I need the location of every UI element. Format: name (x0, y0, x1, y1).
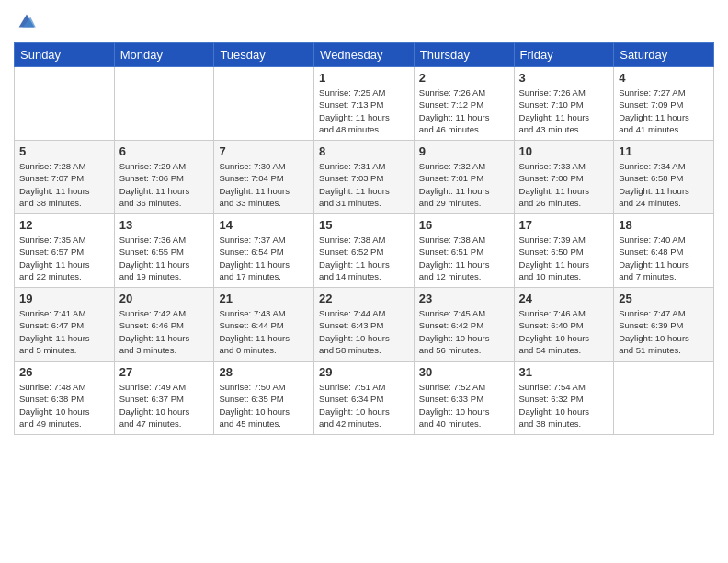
calendar-day-cell: 19Sunrise: 7:41 AM Sunset: 6:47 PM Dayli… (15, 288, 115, 362)
day-info: Sunrise: 7:54 AM Sunset: 6:32 PM Dayligh… (519, 381, 609, 430)
calendar-day-cell: 7Sunrise: 7:30 AM Sunset: 7:04 PM Daylig… (214, 141, 314, 214)
calendar-day-cell: 27Sunrise: 7:49 AM Sunset: 6:37 PM Dayli… (114, 362, 214, 435)
day-info: Sunrise: 7:35 AM Sunset: 6:57 PM Dayligh… (19, 234, 109, 282)
day-info: Sunrise: 7:25 AM Sunset: 7:13 PM Dayligh… (319, 86, 409, 135)
calendar-day-cell: 22Sunrise: 7:44 AM Sunset: 6:43 PM Dayli… (314, 288, 415, 362)
day-number: 1 (319, 71, 409, 85)
day-number: 28 (219, 365, 309, 379)
calendar-weekday-header: Sunday (15, 43, 115, 67)
day-number: 18 (619, 218, 709, 232)
day-number: 22 (319, 292, 409, 305)
day-info: Sunrise: 7:29 AM Sunset: 7:06 PM Dayligh… (119, 160, 210, 209)
day-number: 26 (19, 365, 109, 379)
day-number: 4 (619, 71, 709, 85)
header (14, 9, 714, 35)
day-info: Sunrise: 7:40 AM Sunset: 6:48 PM Dayligh… (619, 234, 709, 282)
logo-icon (14, 9, 40, 35)
calendar-week-row: 19Sunrise: 7:41 AM Sunset: 6:47 PM Dayli… (15, 288, 714, 362)
calendar-day-cell: 6Sunrise: 7:29 AM Sunset: 7:06 PM Daylig… (114, 141, 214, 214)
calendar-day-cell: 28Sunrise: 7:50 AM Sunset: 6:35 PM Dayli… (214, 362, 314, 435)
day-number: 3 (519, 71, 609, 85)
calendar-day-cell: 17Sunrise: 7:39 AM Sunset: 6:50 PM Dayli… (514, 214, 614, 288)
calendar-day-cell: 9Sunrise: 7:32 AM Sunset: 7:01 PM Daylig… (414, 141, 514, 214)
day-info: Sunrise: 7:51 AM Sunset: 6:34 PM Dayligh… (319, 381, 409, 430)
day-number: 5 (19, 144, 109, 158)
calendar-week-row: 26Sunrise: 7:48 AM Sunset: 6:38 PM Dayli… (15, 362, 714, 435)
day-info: Sunrise: 7:28 AM Sunset: 7:07 PM Dayligh… (19, 160, 109, 209)
day-info: Sunrise: 7:52 AM Sunset: 6:33 PM Dayligh… (419, 381, 509, 430)
day-info: Sunrise: 7:33 AM Sunset: 7:00 PM Dayligh… (519, 160, 609, 209)
day-info: Sunrise: 7:38 AM Sunset: 6:52 PM Dayligh… (319, 234, 409, 282)
day-number: 27 (119, 365, 210, 379)
calendar-day-cell: 12Sunrise: 7:35 AM Sunset: 6:57 PM Dayli… (15, 214, 115, 288)
day-info: Sunrise: 7:41 AM Sunset: 6:47 PM Dayligh… (19, 307, 109, 356)
day-info: Sunrise: 7:50 AM Sunset: 6:35 PM Dayligh… (219, 381, 309, 430)
day-number: 29 (319, 365, 409, 379)
day-info: Sunrise: 7:26 AM Sunset: 7:10 PM Dayligh… (519, 86, 609, 135)
calendar-week-row: 5Sunrise: 7:28 AM Sunset: 7:07 PM Daylig… (15, 141, 714, 214)
day-number: 9 (419, 144, 509, 158)
day-number: 13 (119, 218, 210, 232)
day-number: 2 (419, 71, 509, 85)
calendar-day-cell: 15Sunrise: 7:38 AM Sunset: 6:52 PM Dayli… (314, 214, 415, 288)
day-number: 31 (519, 365, 609, 379)
day-info: Sunrise: 7:48 AM Sunset: 6:38 PM Dayligh… (19, 381, 109, 430)
calendar-day-cell (15, 67, 115, 141)
calendar-day-cell: 4Sunrise: 7:27 AM Sunset: 7:09 PM Daylig… (614, 67, 714, 141)
calendar-day-cell: 8Sunrise: 7:31 AM Sunset: 7:03 PM Daylig… (314, 141, 415, 214)
day-number: 10 (519, 144, 609, 158)
calendar-day-cell: 20Sunrise: 7:42 AM Sunset: 6:46 PM Dayli… (114, 288, 214, 362)
calendar-day-cell: 24Sunrise: 7:46 AM Sunset: 6:40 PM Dayli… (514, 288, 614, 362)
calendar-day-cell: 11Sunrise: 7:34 AM Sunset: 6:58 PM Dayli… (614, 141, 714, 214)
day-info: Sunrise: 7:38 AM Sunset: 6:51 PM Dayligh… (419, 234, 509, 282)
day-info: Sunrise: 7:45 AM Sunset: 6:42 PM Dayligh… (419, 307, 509, 356)
calendar-day-cell: 13Sunrise: 7:36 AM Sunset: 6:55 PM Dayli… (114, 214, 214, 288)
day-info: Sunrise: 7:27 AM Sunset: 7:09 PM Dayligh… (619, 86, 709, 135)
calendar-day-cell: 1Sunrise: 7:25 AM Sunset: 7:13 PM Daylig… (314, 67, 415, 141)
calendar-day-cell: 21Sunrise: 7:43 AM Sunset: 6:44 PM Dayli… (214, 288, 314, 362)
day-info: Sunrise: 7:34 AM Sunset: 6:58 PM Dayligh… (619, 160, 709, 209)
calendar-day-cell (214, 67, 314, 141)
calendar-weekday-header: Thursday (414, 43, 514, 67)
calendar-week-row: 12Sunrise: 7:35 AM Sunset: 6:57 PM Dayli… (15, 214, 714, 288)
day-info: Sunrise: 7:30 AM Sunset: 7:04 PM Dayligh… (219, 160, 309, 209)
day-number: 16 (419, 218, 509, 232)
calendar-weekday-header: Friday (514, 43, 614, 67)
calendar-day-cell: 14Sunrise: 7:37 AM Sunset: 6:54 PM Dayli… (214, 214, 314, 288)
logo (14, 9, 43, 35)
day-number: 24 (519, 292, 609, 305)
calendar-day-cell: 2Sunrise: 7:26 AM Sunset: 7:12 PM Daylig… (414, 67, 514, 141)
day-info: Sunrise: 7:44 AM Sunset: 6:43 PM Dayligh… (319, 307, 409, 356)
day-info: Sunrise: 7:26 AM Sunset: 7:12 PM Dayligh… (419, 86, 509, 135)
calendar-weekday-header: Monday (114, 43, 214, 67)
day-info: Sunrise: 7:32 AM Sunset: 7:01 PM Dayligh… (419, 160, 509, 209)
calendar-day-cell: 3Sunrise: 7:26 AM Sunset: 7:10 PM Daylig… (514, 67, 614, 141)
calendar-day-cell (614, 362, 714, 435)
day-number: 25 (619, 292, 709, 305)
day-number: 19 (19, 292, 109, 305)
day-number: 8 (319, 144, 409, 158)
day-info: Sunrise: 7:49 AM Sunset: 6:37 PM Dayligh… (119, 381, 210, 430)
day-number: 30 (419, 365, 509, 379)
day-number: 14 (219, 218, 309, 232)
day-number: 17 (519, 218, 609, 232)
calendar-day-cell: 25Sunrise: 7:47 AM Sunset: 6:39 PM Dayli… (614, 288, 714, 362)
calendar-day-cell: 30Sunrise: 7:52 AM Sunset: 6:33 PM Dayli… (414, 362, 514, 435)
calendar-weekday-header: Tuesday (214, 43, 314, 67)
day-info: Sunrise: 7:31 AM Sunset: 7:03 PM Dayligh… (319, 160, 409, 209)
calendar-header-row: SundayMondayTuesdayWednesdayThursdayFrid… (15, 43, 714, 67)
calendar-day-cell: 31Sunrise: 7:54 AM Sunset: 6:32 PM Dayli… (514, 362, 614, 435)
day-number: 6 (119, 144, 210, 158)
day-info: Sunrise: 7:46 AM Sunset: 6:40 PM Dayligh… (519, 307, 609, 356)
calendar-table: SundayMondayTuesdayWednesdayThursdayFrid… (14, 42, 714, 435)
day-info: Sunrise: 7:36 AM Sunset: 6:55 PM Dayligh… (119, 234, 210, 282)
calendar-weekday-header: Saturday (614, 43, 714, 67)
day-info: Sunrise: 7:43 AM Sunset: 6:44 PM Dayligh… (219, 307, 309, 356)
day-number: 7 (219, 144, 309, 158)
day-number: 12 (19, 218, 109, 232)
calendar-day-cell: 10Sunrise: 7:33 AM Sunset: 7:00 PM Dayli… (514, 141, 614, 214)
calendar-day-cell: 18Sunrise: 7:40 AM Sunset: 6:48 PM Dayli… (614, 214, 714, 288)
calendar-day-cell: 23Sunrise: 7:45 AM Sunset: 6:42 PM Dayli… (414, 288, 514, 362)
day-info: Sunrise: 7:42 AM Sunset: 6:46 PM Dayligh… (119, 307, 210, 356)
day-info: Sunrise: 7:47 AM Sunset: 6:39 PM Dayligh… (619, 307, 709, 356)
